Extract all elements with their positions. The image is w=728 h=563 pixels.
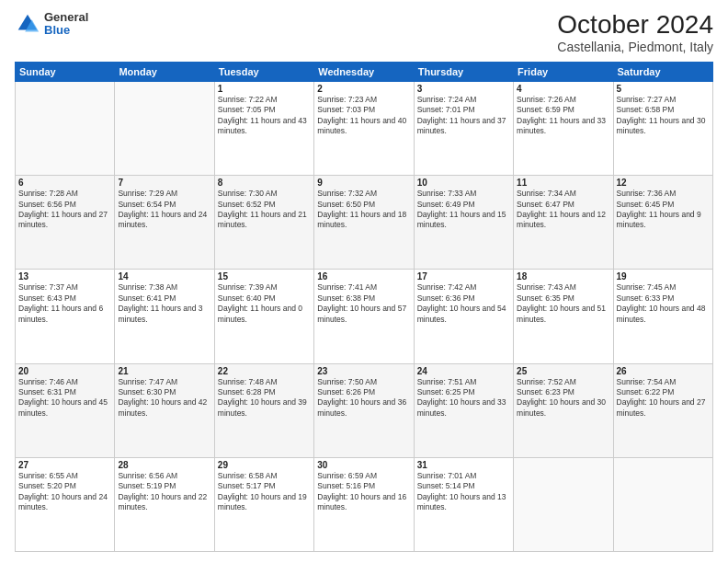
day-info: Sunrise: 7:36 AM Sunset: 6:45 PM Dayligh…: [617, 189, 710, 231]
calendar-cell: 14Sunrise: 7:38 AM Sunset: 6:41 PM Dayli…: [115, 270, 214, 363]
day-number: 15: [218, 271, 311, 282]
page: General Blue October 2024 Castellania, P…: [0, 0, 728, 563]
day-info: Sunrise: 7:47 AM Sunset: 6:30 PM Dayligh…: [118, 377, 210, 419]
day-info: Sunrise: 7:52 AM Sunset: 6:23 PM Dayligh…: [517, 377, 609, 419]
day-info: Sunrise: 7:26 AM Sunset: 6:59 PM Dayligh…: [517, 95, 609, 137]
col-monday: Monday: [115, 62, 214, 81]
calendar-cell: 29Sunrise: 6:58 AM Sunset: 5:17 PM Dayli…: [214, 457, 313, 551]
calendar-cell: 25Sunrise: 7:52 AM Sunset: 6:23 PM Dayli…: [514, 363, 613, 457]
day-info: Sunrise: 7:22 AM Sunset: 7:05 PM Dayligh…: [218, 95, 311, 137]
day-info: Sunrise: 7:27 AM Sunset: 6:58 PM Dayligh…: [617, 95, 710, 137]
logo-blue: Blue: [44, 24, 88, 37]
calendar-cell: 3Sunrise: 7:24 AM Sunset: 7:01 PM Daylig…: [414, 81, 513, 175]
title-block: October 2024 Castellania, Piedmont, Ital…: [557, 11, 713, 54]
day-number: 6: [18, 178, 111, 188]
day-number: 22: [218, 366, 311, 376]
calendar-cell: 28Sunrise: 6:56 AM Sunset: 5:19 PM Dayli…: [115, 457, 214, 551]
calendar-cell: 24Sunrise: 7:51 AM Sunset: 6:25 PM Dayli…: [414, 363, 513, 457]
calendar-cell: 8Sunrise: 7:30 AM Sunset: 6:52 PM Daylig…: [214, 176, 313, 270]
calendar-cell: 16Sunrise: 7:41 AM Sunset: 6:38 PM Dayli…: [314, 270, 414, 363]
calendar-cell: 4Sunrise: 7:26 AM Sunset: 6:59 PM Daylig…: [514, 81, 613, 175]
day-info: Sunrise: 7:01 AM Sunset: 5:14 PM Dayligh…: [417, 471, 510, 513]
day-number: 11: [517, 178, 609, 188]
calendar-cell: 1Sunrise: 7:22 AM Sunset: 7:05 PM Daylig…: [214, 81, 313, 175]
calendar-cell: 27Sunrise: 6:55 AM Sunset: 5:20 PM Dayli…: [16, 457, 115, 551]
calendar-week-3: 13Sunrise: 7:37 AM Sunset: 6:43 PM Dayli…: [16, 270, 713, 363]
day-number: 24: [417, 366, 510, 376]
calendar-table: Sunday Monday Tuesday Wednesday Thursday…: [15, 62, 713, 552]
day-number: 16: [317, 271, 410, 282]
calendar-cell: 23Sunrise: 7:50 AM Sunset: 6:26 PM Dayli…: [314, 363, 414, 457]
calendar-cell: 5Sunrise: 7:27 AM Sunset: 6:58 PM Daylig…: [613, 81, 712, 175]
calendar-cell: 17Sunrise: 7:42 AM Sunset: 6:36 PM Dayli…: [414, 270, 513, 363]
day-info: Sunrise: 7:38 AM Sunset: 6:41 PM Dayligh…: [118, 282, 210, 325]
day-info: Sunrise: 7:43 AM Sunset: 6:35 PM Dayligh…: [517, 282, 609, 325]
calendar-week-4: 20Sunrise: 7:46 AM Sunset: 6:31 PM Dayli…: [16, 363, 713, 457]
day-info: Sunrise: 6:59 AM Sunset: 5:16 PM Dayligh…: [317, 471, 410, 513]
day-number: 18: [517, 271, 609, 282]
day-info: Sunrise: 7:48 AM Sunset: 6:28 PM Dayligh…: [218, 377, 311, 419]
day-info: Sunrise: 7:34 AM Sunset: 6:47 PM Dayligh…: [517, 189, 609, 231]
day-number: 19: [617, 271, 710, 282]
calendar-cell: 6Sunrise: 7:28 AM Sunset: 6:56 PM Daylig…: [16, 176, 115, 270]
day-number: 1: [218, 84, 311, 94]
calendar-cell: [115, 81, 214, 175]
day-info: Sunrise: 7:28 AM Sunset: 6:56 PM Dayligh…: [18, 189, 111, 231]
day-number: 25: [517, 366, 609, 376]
day-number: 3: [417, 84, 510, 94]
day-number: 7: [118, 178, 210, 188]
calendar-cell: 21Sunrise: 7:47 AM Sunset: 6:30 PM Dayli…: [115, 363, 214, 457]
day-info: Sunrise: 7:42 AM Sunset: 6:36 PM Dayligh…: [417, 282, 510, 325]
day-number: 14: [118, 271, 210, 282]
day-number: 9: [317, 178, 410, 188]
logo-text: General Blue: [44, 11, 88, 38]
col-saturday: Saturday: [613, 62, 712, 81]
day-number: 31: [417, 460, 510, 470]
calendar-cell: 22Sunrise: 7:48 AM Sunset: 6:28 PM Dayli…: [214, 363, 313, 457]
day-number: 12: [617, 178, 710, 188]
col-sunday: Sunday: [16, 62, 115, 81]
calendar-cell: 13Sunrise: 7:37 AM Sunset: 6:43 PM Dayli…: [16, 270, 115, 363]
day-info: Sunrise: 7:37 AM Sunset: 6:43 PM Dayligh…: [18, 282, 111, 325]
day-info: Sunrise: 7:45 AM Sunset: 6:33 PM Dayligh…: [617, 282, 710, 325]
calendar-cell: 30Sunrise: 6:59 AM Sunset: 5:16 PM Dayli…: [314, 457, 414, 551]
day-info: Sunrise: 7:29 AM Sunset: 6:54 PM Dayligh…: [118, 189, 210, 231]
calendar-cell: 31Sunrise: 7:01 AM Sunset: 5:14 PM Dayli…: [414, 457, 513, 551]
calendar-cell: 20Sunrise: 7:46 AM Sunset: 6:31 PM Dayli…: [16, 363, 115, 457]
logo-general: General: [44, 11, 88, 24]
calendar-cell: 18Sunrise: 7:43 AM Sunset: 6:35 PM Dayli…: [514, 270, 613, 363]
day-number: 28: [118, 460, 210, 470]
day-number: 2: [317, 84, 410, 94]
calendar-cell: [613, 457, 712, 551]
day-number: 17: [417, 271, 510, 282]
calendar-cell: [514, 457, 613, 551]
day-info: Sunrise: 7:46 AM Sunset: 6:31 PM Dayligh…: [18, 377, 111, 419]
day-number: 27: [18, 460, 111, 470]
day-info: Sunrise: 7:23 AM Sunset: 7:03 PM Dayligh…: [317, 95, 410, 137]
col-tuesday: Tuesday: [214, 62, 313, 81]
calendar-cell: 19Sunrise: 7:45 AM Sunset: 6:33 PM Dayli…: [613, 270, 712, 363]
day-info: Sunrise: 7:50 AM Sunset: 6:26 PM Dayligh…: [317, 377, 410, 419]
day-info: Sunrise: 7:41 AM Sunset: 6:38 PM Dayligh…: [317, 282, 410, 325]
day-number: 4: [517, 84, 609, 94]
calendar-week-2: 6Sunrise: 7:28 AM Sunset: 6:56 PM Daylig…: [16, 176, 713, 270]
logo-icon: [15, 11, 40, 37]
day-number: 26: [617, 366, 710, 376]
header: General Blue October 2024 Castellania, P…: [15, 11, 713, 54]
calendar-week-5: 27Sunrise: 6:55 AM Sunset: 5:20 PM Dayli…: [16, 457, 713, 551]
calendar-title: October 2024: [557, 11, 713, 40]
day-info: Sunrise: 7:30 AM Sunset: 6:52 PM Dayligh…: [218, 189, 311, 231]
calendar-cell: 12Sunrise: 7:36 AM Sunset: 6:45 PM Dayli…: [613, 176, 712, 270]
calendar-subtitle: Castellania, Piedmont, Italy: [557, 40, 713, 54]
calendar-cell: 15Sunrise: 7:39 AM Sunset: 6:40 PM Dayli…: [214, 270, 313, 363]
day-info: Sunrise: 6:58 AM Sunset: 5:17 PM Dayligh…: [218, 471, 311, 513]
day-number: 21: [118, 366, 210, 376]
day-info: Sunrise: 7:24 AM Sunset: 7:01 PM Dayligh…: [417, 95, 510, 137]
calendar-week-1: 1Sunrise: 7:22 AM Sunset: 7:05 PM Daylig…: [16, 81, 713, 175]
day-info: Sunrise: 7:51 AM Sunset: 6:25 PM Dayligh…: [417, 377, 510, 419]
day-number: 5: [617, 84, 710, 94]
day-number: 13: [18, 271, 111, 282]
col-thursday: Thursday: [414, 62, 513, 81]
day-number: 30: [317, 460, 410, 470]
calendar-cell: 11Sunrise: 7:34 AM Sunset: 6:47 PM Dayli…: [514, 176, 613, 270]
